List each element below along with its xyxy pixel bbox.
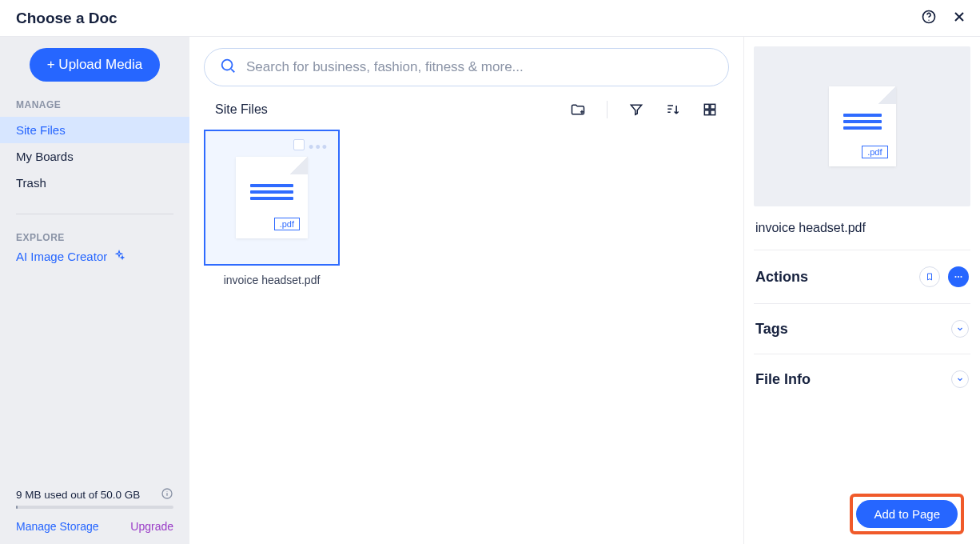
more-options-icon[interactable]: ••• — [309, 139, 329, 156]
svg-rect-8 — [711, 110, 715, 115]
sidebar-divider — [16, 214, 173, 214]
pdf-document-icon: .pdf — [236, 157, 308, 238]
help-icon[interactable] — [921, 9, 937, 28]
chevron-down-icon[interactable] — [951, 370, 969, 388]
svg-rect-7 — [704, 110, 709, 115]
more-actions-button[interactable] — [948, 266, 969, 287]
ai-image-creator-link[interactable]: AI Image Creator — [0, 250, 189, 263]
details-panel: .pdf invoice headset.pdf Actions Tags — [744, 37, 980, 544]
content-area: Site Files — [189, 37, 744, 544]
search-input[interactable] — [246, 59, 714, 75]
toolbar-divider — [607, 101, 608, 118]
new-folder-icon[interactable] — [570, 102, 586, 118]
file-card[interactable]: ••• .pdf invoice headset.pdf — [204, 130, 340, 286]
close-icon[interactable] — [951, 9, 967, 28]
svg-point-4 — [222, 60, 233, 70]
file-info-section[interactable]: File Info — [754, 354, 970, 404]
selected-file-name: invoice headset.pdf — [754, 206, 970, 250]
file-info-label: File Info — [755, 371, 811, 388]
manage-section-label: MANAGE — [0, 99, 189, 117]
breadcrumb[interactable]: Site Files — [215, 102, 268, 117]
tags-label: Tags — [755, 321, 788, 338]
manage-storage-link[interactable]: Manage Storage — [16, 520, 99, 533]
grid-view-icon[interactable] — [702, 102, 718, 118]
svg-point-11 — [960, 276, 962, 278]
sidebar-item-trash[interactable]: Trash — [0, 170, 189, 196]
tags-section[interactable]: Tags — [754, 304, 970, 354]
dialog-title: Choose a Doc — [16, 10, 118, 27]
explore-section-label: EXPLORE — [0, 232, 189, 250]
file-name-label: invoice headset.pdf — [204, 274, 340, 286]
sidebar-item-site-files[interactable]: Site Files — [0, 117, 189, 143]
sort-icon[interactable] — [665, 102, 681, 118]
add-to-page-button[interactable]: Add to Page — [856, 500, 958, 528]
info-icon[interactable] — [161, 487, 173, 502]
sidebar: + Upload Media MANAGE Site Files My Boar… — [0, 37, 189, 544]
storage-progress — [16, 506, 173, 509]
sparkle-icon — [114, 250, 125, 263]
pdf-document-icon: .pdf — [829, 86, 896, 166]
file-preview: .pdf — [754, 46, 970, 206]
select-checkbox[interactable] — [293, 139, 305, 150]
search-bar[interactable] — [204, 48, 729, 86]
svg-point-3 — [166, 491, 167, 492]
dialog-header: Choose a Doc — [0, 0, 980, 37]
storage-text: 9 MB used out of 50.0 GB — [16, 489, 140, 501]
search-icon — [219, 57, 237, 78]
actions-section: Actions — [754, 250, 970, 304]
upgrade-link[interactable]: Upgrade — [130, 520, 173, 533]
svg-rect-6 — [711, 104, 715, 109]
file-thumbnail[interactable]: ••• .pdf — [204, 130, 340, 266]
file-extension-badge: .pdf — [862, 146, 887, 158]
filter-icon[interactable] — [628, 102, 644, 118]
svg-point-9 — [954, 276, 956, 278]
file-extension-badge: .pdf — [274, 218, 300, 230]
svg-rect-5 — [704, 104, 709, 109]
upload-media-button[interactable]: + Upload Media — [30, 48, 161, 82]
add-to-page-highlight: Add to Page — [850, 494, 964, 534]
ai-image-creator-label: AI Image Creator — [16, 250, 107, 263]
actions-label: Actions — [755, 269, 808, 286]
sidebar-item-my-boards[interactable]: My Boards — [0, 143, 189, 170]
svg-point-10 — [958, 276, 959, 278]
storage-block: 9 MB used out of 50.0 GB Manage Storage … — [0, 487, 189, 544]
bookmark-button[interactable] — [919, 266, 940, 287]
chevron-down-icon[interactable] — [951, 320, 969, 338]
svg-point-1 — [928, 19, 929, 20]
